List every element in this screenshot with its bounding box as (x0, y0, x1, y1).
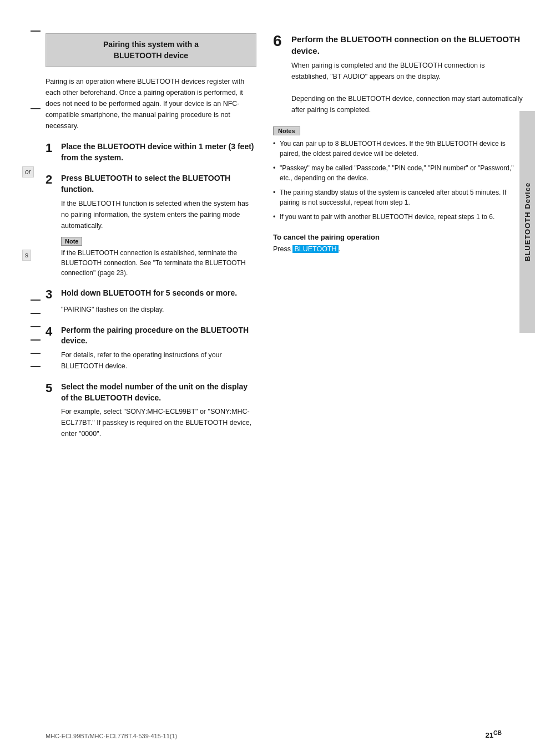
margin-line-3 (31, 300, 41, 301)
step-1-header: 1 Place the BLUETOOTH device within 1 me… (46, 141, 256, 163)
section-header-box: Pairing this system with a BLUETOOTH dev… (46, 33, 256, 67)
margin-line-8 (31, 366, 41, 367)
margin-line-1 (31, 31, 41, 32)
step-3-title: Hold down BLUETOOTH for 5 seconds or mor… (61, 288, 237, 299)
cancel-section: To cancel the pairing operation Press BL… (273, 233, 523, 255)
step-5-header: 5 Select the model number of the unit on… (46, 382, 256, 403)
cancel-text: Press BLUETOOTH. (273, 244, 523, 255)
main-content: Pairing this system with a BLUETOOTH dev… (46, 33, 523, 449)
page-number: 21GB (486, 730, 502, 739)
margin-line-4 (31, 313, 41, 314)
section-title: Pairing this system with a BLUETOOTH dev… (55, 39, 247, 61)
page-gb-suffix: GB (493, 730, 502, 736)
margin-label-or: or (22, 166, 34, 177)
notes-label: Notes (273, 126, 300, 135)
margin-line-7 (31, 353, 41, 354)
step-5-title: Select the model number of the unit on t… (61, 382, 256, 403)
notes-list: You can pair up to 8 BLUETOOTH devices. … (273, 139, 523, 222)
step-5-number: 5 (46, 382, 57, 395)
step-4-body: For details, refer to the operating inst… (61, 349, 256, 372)
note-text: If the BLUETOOTH connection is establish… (61, 248, 256, 278)
step-4-header: 4 Perform the pairing procedure on the B… (46, 325, 256, 347)
note-label: Note (61, 237, 82, 246)
section-title-line2: BLUETOOTH device (114, 51, 188, 60)
notes-section: Notes You can pair up to 8 BLUETOOTH dev… (273, 126, 523, 222)
step-2-body: If the BLUETOOTH function is selected wh… (61, 198, 256, 231)
note-item-1: You can pair up to 8 BLUETOOTH devices. … (273, 139, 523, 159)
cancel-text-after: . (339, 245, 340, 253)
step-1-title: Place the BLUETOOTH device within 1 mete… (61, 141, 256, 163)
step-2-number: 2 (46, 173, 57, 186)
intro-paragraph: Pairing is an operation where BLUETOOTH … (46, 76, 256, 131)
note-item-4: If you want to pair with another BLUETOO… (273, 212, 523, 222)
step-4-title: Perform the pairing procedure on the BLU… (61, 325, 256, 347)
cancel-text-before: Press (273, 245, 292, 253)
step-6-para2: Depending on the BLUETOOTH device, conne… (291, 93, 523, 115)
step-1: 1 Place the BLUETOOTH device within 1 me… (46, 141, 256, 163)
note-item-3: The pairing standby status of the system… (273, 187, 523, 207)
margin-line-5 (31, 326, 41, 327)
step-1-number: 1 (46, 141, 57, 155)
note-item-2: "Passkey" may be called "Passcode," "PIN… (273, 163, 523, 183)
margin-label-s: s (22, 250, 31, 261)
section-title-line1: Pairing this system with a (103, 40, 199, 49)
margin-line-6 (31, 339, 41, 341)
step-5-body: For example, select "SONY:MHC-ECL99BT" o… (61, 406, 256, 439)
step-4: 4 Perform the pairing procedure on the B… (46, 325, 256, 372)
page-container: or s BLUETOOTH Device Pairing this syste… (0, 0, 535, 756)
step-6-header: 6 Perform the BLUETOOTH connection on th… (273, 33, 523, 57)
page-number-value: 21 (486, 731, 493, 739)
step-6-body1: When pairing is completed and the BLUETO… (291, 60, 523, 115)
step-2-title: Press BLUETOOTH to select the BLUETOOTH … (61, 173, 256, 195)
step-2: 2 Press BLUETOOTH to select the BLUETOOT… (46, 173, 256, 277)
margin-lines-group (31, 300, 41, 367)
step-3-header: 3 Hold down BLUETOOTH for 5 seconds or m… (46, 288, 256, 301)
left-column: Pairing this system with a BLUETOOTH dev… (46, 33, 256, 449)
step-2-header: 2 Press BLUETOOTH to select the BLUETOOT… (46, 173, 256, 195)
step-5: 5 Select the model number of the unit on… (46, 382, 256, 439)
cancel-title: To cancel the pairing operation (273, 233, 523, 241)
step-6: 6 Perform the BLUETOOTH connection on th… (273, 33, 523, 115)
step-2-note: Note If the BLUETOOTH connection is esta… (61, 237, 256, 278)
two-column-layout: Pairing this system with a BLUETOOTH dev… (46, 33, 523, 449)
step-3-body: "PAIRING" flashes on the display. (61, 304, 256, 315)
margin-line-2 (31, 108, 41, 109)
footer-text: MHC-ECL99BT/MHC-ECL77BT.4-539-415-11(1) (46, 733, 177, 739)
step-3: 3 Hold down BLUETOOTH for 5 seconds or m… (46, 288, 256, 315)
step-4-number: 4 (46, 325, 57, 338)
step-6-para1: When pairing is completed and the BLUETO… (291, 60, 523, 82)
step-3-number: 3 (46, 288, 57, 301)
step-6-title: Perform the BLUETOOTH connection on the … (291, 33, 523, 57)
right-column: 6 Perform the BLUETOOTH connection on th… (273, 33, 523, 449)
bluetooth-highlight: BLUETOOTH (292, 245, 338, 253)
step-6-number: 6 (273, 33, 287, 49)
